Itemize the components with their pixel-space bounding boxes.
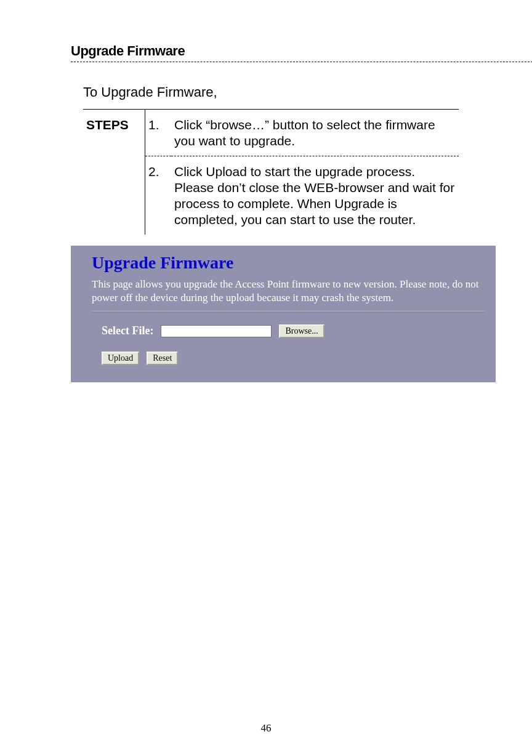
step-number: 2.: [145, 156, 172, 235]
panel-divider: [92, 311, 485, 312]
step-number: 1.: [145, 110, 172, 156]
select-file-label: Select File:: [102, 324, 153, 337]
file-input[interactable]: [161, 325, 272, 337]
upload-button[interactable]: Upload: [102, 352, 139, 365]
dashed-divider: [71, 62, 532, 62]
panel-title: Upgrade Firmware: [92, 253, 485, 273]
panel-description: This page allows you upgrade the Access …: [92, 278, 485, 305]
step-text: Click “browse…” button to select the fir…: [171, 110, 459, 156]
page-number: 46: [0, 722, 532, 734]
step-text: Click Upload to start the upgrade proces…: [171, 156, 459, 235]
steps-label: STEPS: [83, 110, 145, 156]
intro-text: To Upgrade Firmware,: [83, 84, 498, 100]
select-file-row: Select File: Browse...: [102, 324, 485, 338]
browse-button[interactable]: Browse...: [279, 324, 324, 338]
firmware-panel: Upgrade Firmware This page allows you up…: [71, 246, 496, 382]
section-heading: Upgrade Firmware: [71, 43, 498, 59]
steps-table: STEPS 1. Click “browse…” button to selec…: [83, 109, 459, 235]
table-row: 2. Click Upload to start the upgrade pro…: [83, 156, 459, 235]
action-button-row: Upload Reset: [102, 352, 485, 365]
table-row: STEPS 1. Click “browse…” button to selec…: [83, 110, 459, 156]
reset-button[interactable]: Reset: [147, 352, 178, 365]
empty-cell: [83, 156, 145, 235]
